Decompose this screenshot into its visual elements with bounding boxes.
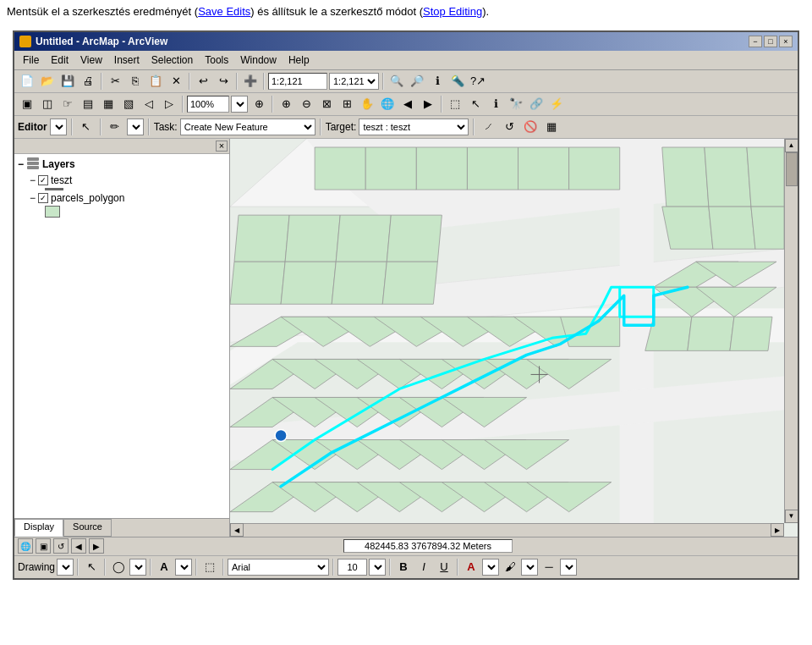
menu-insert[interactable]: Insert [109,52,145,68]
scroll-left-status[interactable]: ◀ [71,538,86,554]
font-name-select[interactable]: Arial [228,559,329,576]
zoom-in-map-button[interactable]: ⊕ [277,95,295,113]
zoom-out-button[interactable]: 🔎 [408,72,426,91]
forward-button[interactable]: ▶ [419,95,437,113]
scroll-right-status[interactable]: ▶ [89,538,104,554]
search-button[interactable]: 🔦 [448,72,467,91]
back-button[interactable]: ◀ [398,95,417,113]
expand-parcels-icon[interactable]: − [30,192,36,204]
cut-button[interactable]: ✂ [106,72,124,91]
pencil-dropdown[interactable] [127,119,144,135]
italic-button[interactable]: I [414,558,433,576]
zoom-extent-button[interactable]: ⊕ [250,95,268,113]
arrow-cursor-button[interactable]: ↖ [466,95,485,113]
map-area[interactable]: ▲ ▼ ◀ ▶ [230,139,798,537]
stop-editing-button[interactable]: 🚫 [521,118,540,136]
select-button[interactable]: ⬚ [446,95,464,113]
draw-circle-button[interactable]: ◯ [109,558,128,576]
delete-button[interactable]: ✕ [167,72,185,91]
underline-button[interactable]: U [435,558,453,576]
edit-pointer-button[interactable]: ↖ [77,118,96,136]
highlight-button[interactable]: 🖌 [501,558,519,576]
expand-teszt-icon[interactable]: − [30,174,36,186]
tool-btn-1[interactable]: ▣ [18,95,36,113]
paste-button[interactable]: 📋 [146,72,165,91]
scroll-right-button[interactable]: ▶ [771,523,784,537]
full-extent-button[interactable]: ⊞ [337,95,356,113]
expand-icon[interactable]: − [18,158,24,170]
info-button[interactable]: ℹ [486,95,505,113]
menu-selection[interactable]: Selection [146,52,198,68]
maximize-button[interactable]: □ [764,36,777,47]
source-tab[interactable]: Source [63,519,112,537]
font-size-input[interactable] [337,559,367,576]
hyperlink-button[interactable]: 🔗 [527,95,546,113]
draw-text-button[interactable]: A [155,558,173,576]
tool-btn-3[interactable]: ☞ [58,95,77,113]
font-color-button[interactable]: A [462,558,480,576]
tool-btn-8[interactable]: ▷ [160,95,178,113]
identify-button[interactable]: ℹ [428,72,447,91]
scroll-thumb-vertical[interactable] [786,152,798,186]
menu-view[interactable]: View [75,52,107,68]
scroll-track-vertical[interactable] [785,152,798,510]
save-edits-link[interactable]: Save Edits [198,5,250,18]
globe-button[interactable]: 🌐 [378,95,397,113]
tool-btn-7[interactable]: ◁ [140,95,158,113]
open-button[interactable]: 📂 [38,72,57,91]
scale-dropdown[interactable]: 1:2,121 [329,73,379,90]
draw-extra-button[interactable]: ⬚ [200,558,219,576]
zoom-dropdown[interactable] [231,96,248,113]
copy-button[interactable]: ⎘ [126,72,145,91]
menu-window[interactable]: Window [235,52,282,68]
redo-button[interactable]: ↪ [214,72,233,91]
map-scrollbar-vertical[interactable]: ▲ ▼ [784,139,798,523]
map-status-button[interactable]: ▣ [36,538,51,554]
scroll-up-button[interactable]: ▲ [785,139,798,152]
highlight-dropdown[interactable] [521,559,538,576]
refresh-button[interactable]: ↺ [53,538,69,554]
display-tab[interactable]: Display [14,519,63,537]
draw-arrow-button[interactable]: ↖ [82,558,101,576]
close-button[interactable]: × [779,36,793,47]
find-button[interactable]: 🔭 [507,95,525,113]
zoom-in-button[interactable]: 🔍 [387,72,406,91]
draw-shape-dropdown[interactable] [129,559,146,576]
line-color-dropdown[interactable] [560,559,577,576]
target-select[interactable]: teszt : teszt [359,119,469,135]
pan-tool[interactable]: ✋ [358,95,376,113]
line-color-button[interactable]: ─ [540,558,558,576]
scale-input[interactable] [268,73,327,90]
zoom-out-map-button[interactable]: ⊖ [297,95,315,113]
new-document-button[interactable]: 📄 [18,72,36,91]
pencil-button[interactable]: ✏ [106,118,124,136]
tool-btn-4[interactable]: ▤ [79,95,97,113]
bold-button[interactable]: B [394,558,413,576]
scroll-down-button[interactable]: ▼ [785,510,798,523]
font-size-dropdown[interactable] [369,559,386,576]
save-button[interactable]: 💾 [58,72,77,91]
map-canvas[interactable] [230,139,784,524]
help-cursor-button[interactable]: ?↗ [469,72,487,91]
map-scrollbar-horizontal[interactable]: ◀ ▶ [230,523,784,537]
editor-dropdown[interactable] [50,119,67,135]
scroll-track-horizontal[interactable] [244,524,771,537]
draw-text-dropdown[interactable] [175,559,192,576]
minimize-button[interactable]: − [749,36,762,47]
lightning-button[interactable]: ⚡ [547,95,566,113]
drawing-dropdown[interactable] [57,559,74,576]
pan-button[interactable]: ⊠ [317,95,336,113]
stop-editing-link[interactable]: Stop Editing [423,5,482,18]
tool-btn-2[interactable]: ◫ [38,95,57,113]
tool-btn-6[interactable]: ▧ [119,95,138,113]
scroll-left-button[interactable]: ◀ [230,523,244,537]
toc-close-button[interactable]: × [216,141,228,152]
parcels-checkbox[interactable]: ✓ [38,193,48,203]
globe-status-button[interactable]: 🌐 [18,538,33,554]
menu-help[interactable]: Help [283,52,315,68]
print-button[interactable]: 🖨 [79,72,97,91]
add-data-button[interactable]: ➕ [241,72,260,91]
sketch-tool-button[interactable]: ⟋ [479,118,497,136]
font-color-dropdown[interactable] [482,559,499,576]
teszt-checkbox[interactable]: ✓ [38,175,48,185]
